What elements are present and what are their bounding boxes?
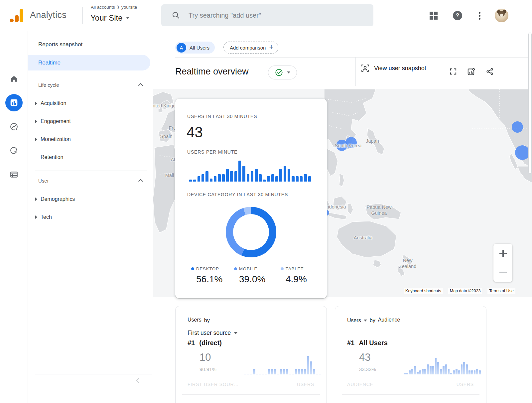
map-attr-keyboard-shortcuts[interactable]: Keyboard shortcuts [404,288,443,294]
device-category-legend: DESKTOP56.1%MOBILE39.0%TABLET4.9% [175,266,327,293]
title-divider [355,57,356,86]
legend-percent: 4.9% [286,274,307,285]
collapse-sidenav-icon[interactable] [134,376,143,385]
explore-icon[interactable] [5,118,23,135]
expand-arrow-icon [35,120,37,123]
chart-bar [474,370,476,375]
help-icon[interactable]: ? [451,9,464,22]
top-item-label: (direct) [199,339,222,346]
chart-bar [448,369,450,375]
avatar[interactable] [495,9,508,22]
breadcrumb[interactable]: All accounts ❯ yoursite [91,5,137,10]
sidebar-item-retention[interactable]: Retention [28,148,153,166]
expand-arrow-icon [35,215,37,219]
map-attr-terms-of-use[interactable]: Terms of Use [487,288,515,294]
metric-selector[interactable]: Users [188,317,201,324]
kebab-menu-icon[interactable] [473,9,486,22]
chevron-up-icon [138,179,143,184]
app-header: Analytics All accounts ❯ yoursite Your S… [0,0,532,31]
sidebar-item-monetization[interactable]: Monetization [28,130,153,148]
chart-bar [466,364,468,374]
nav-section-life-cycle[interactable]: Life cycle [28,75,153,94]
chart-bar [424,369,426,375]
report-status-pill[interactable] [268,66,297,79]
chart-bar [284,166,286,182]
chart-bar [476,369,478,375]
dimension-selector[interactable]: Audience [378,317,400,324]
chart-bar [427,364,429,374]
chevron-down-icon [287,71,290,73]
dimension-label: First user source [188,330,231,336]
chevron-up-icon [138,83,143,88]
search-input[interactable]: Try searching "add user" [161,4,373,26]
chart-bar [201,174,204,182]
segment-chip-all-users[interactable]: A All Users [175,42,215,54]
chart-bar [411,369,413,375]
chevron-down-icon [126,17,129,19]
chart-bar [292,176,294,182]
chart-bar [409,370,411,375]
table-header-divider [182,394,320,395]
page-scrollbar[interactable] [528,33,532,174]
chart-bar [461,364,463,374]
top-item-value: 10 [200,351,211,363]
chart-bar [479,370,481,375]
search-placeholder: Try searching "add user" [189,12,261,19]
metric-selector[interactable]: Users [347,318,367,324]
view-user-snapshot-button[interactable]: View user snapshot [361,64,426,72]
home-icon[interactable] [5,70,23,87]
analytics-logo-icon[interactable] [10,8,25,23]
dimension-selector[interactable]: First user source [188,330,237,336]
sidebar-item-acquisition[interactable]: Acquisition [28,94,153,112]
sidebar-item-tech[interactable]: Tech [28,208,153,226]
sidebar-item-engagement[interactable]: Engagement [28,112,153,130]
apps-grid-icon[interactable] [427,9,440,22]
sidebar-item-demographics[interactable]: Demographics [28,190,153,208]
nav-section-user[interactable]: User [28,171,153,190]
chart-bar [288,169,290,182]
chart-bar [310,361,312,374]
chart-bar [296,176,299,182]
chart-bar [193,180,196,182]
chart-bar [259,174,262,182]
map-zoom-out-button[interactable] [493,263,512,282]
customize-report-icon[interactable] [466,66,477,77]
map-zoom-in-button[interactable] [493,244,512,263]
chart-bar [301,369,303,374]
library-list-icon[interactable] [5,166,23,183]
chart-bar [419,370,421,375]
chart-bar [205,171,208,182]
users-30min-value: 43 [187,124,203,141]
share-icon[interactable] [484,66,495,77]
chart-bar [300,176,303,182]
chart-bar [432,366,434,374]
plus-icon: + [269,43,273,52]
chart-bar [307,356,309,374]
breadcrumb-accounts[interactable]: All accounts [91,5,115,10]
legend-item-tablet: TABLET4.9% [281,266,307,285]
chart-bar [443,366,445,374]
active-users-map-dot [345,137,357,148]
segment-chip-label: All Users [190,45,209,51]
active-users-map-dot [515,145,530,160]
reports-icon-active[interactable] [5,94,23,111]
plus-icon [499,250,507,257]
sidebar-item-reports-snapshot[interactable]: Reports snapshot [28,38,153,51]
breadcrumb-site[interactable]: yoursite [121,5,137,10]
audience-sparkline-chart [404,355,481,374]
chart-bar [298,369,300,374]
chart-bar [445,364,447,374]
chart-bar [283,369,285,374]
legend-dot [191,267,194,270]
chart-bar [422,369,424,375]
add-comparison-chip[interactable]: Add comparison + [223,42,278,54]
top-item-value: 43 [359,351,370,363]
chart-bar [308,176,311,182]
map-attr-map-data-2023: Map data ©2023 [448,288,482,294]
sidebar-item-realtime-active[interactable]: Realtime [28,55,150,70]
advertising-icon[interactable] [5,142,23,159]
fullscreen-icon[interactable] [448,66,459,77]
page-title: Realtime overview [175,67,249,77]
property-selector[interactable]: Your Site [90,13,129,23]
expand-arrow-icon [35,198,37,201]
